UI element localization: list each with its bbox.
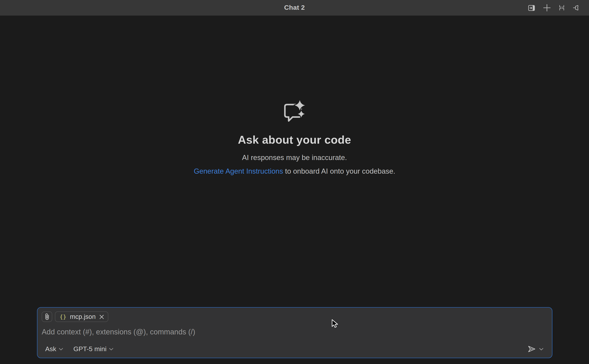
chevron-down-icon (59, 347, 63, 351)
empty-state: Ask about your code AI responses may be … (0, 100, 589, 176)
ai-disclaimer-text: AI responses may be inaccurate. (242, 153, 347, 162)
composer-toolbar: Ask GPT-5 mini (45, 345, 543, 353)
send-button[interactable] (527, 345, 536, 353)
dock-to-side-button[interactable] (528, 4, 536, 12)
empty-state-heading: Ask about your code (238, 133, 351, 146)
chat-input[interactable]: Add context (#), extensions (@), command… (42, 327, 548, 337)
titlebar: Chat 2 (0, 0, 589, 16)
chevron-down-icon (539, 347, 543, 351)
window-title: Chat 2 (284, 4, 305, 12)
mode-selector[interactable]: Ask (45, 345, 63, 353)
plus-icon (543, 4, 551, 12)
chat-sparkle-icon (282, 100, 307, 123)
cta-line: Generate Agent Instructions to onboard A… (194, 167, 395, 176)
attachment-filename: mcp.json (70, 313, 96, 320)
paperclip-icon (44, 312, 50, 321)
collapse-window-button[interactable] (558, 4, 565, 11)
attach-context-button[interactable] (42, 312, 52, 322)
model-selector-value: GPT-5 mini (73, 345, 106, 353)
close-icon (99, 314, 104, 319)
mode-selector-value: Ask (45, 345, 56, 353)
send-group (527, 345, 543, 353)
composer-attachments-row: {} mcp.json (42, 312, 548, 322)
pin-window-button[interactable] (573, 4, 580, 12)
chat-window: Chat 2 (0, 0, 589, 364)
chevron-down-icon (109, 347, 113, 351)
generate-agent-instructions-link[interactable]: Generate Agent Instructions (194, 167, 283, 175)
cta-suffix-text: to onboard AI onto your codebase. (283, 167, 395, 175)
model-selector[interactable]: GPT-5 mini (73, 345, 113, 353)
new-chat-button[interactable] (543, 4, 551, 12)
dock-to-side-icon (528, 4, 536, 12)
send-plane-icon (527, 345, 536, 353)
titlebar-actions (528, 0, 580, 16)
remove-attachment-button[interactable] (99, 314, 104, 319)
send-options-button[interactable] (539, 347, 543, 351)
attachment-chip[interactable]: {} mcp.json (55, 312, 108, 322)
json-file-icon: {} (60, 314, 66, 320)
collapse-icon (558, 4, 565, 11)
chat-composer[interactable]: {} mcp.json Add context (#), extensions … (37, 307, 552, 358)
pin-icon (573, 4, 580, 12)
